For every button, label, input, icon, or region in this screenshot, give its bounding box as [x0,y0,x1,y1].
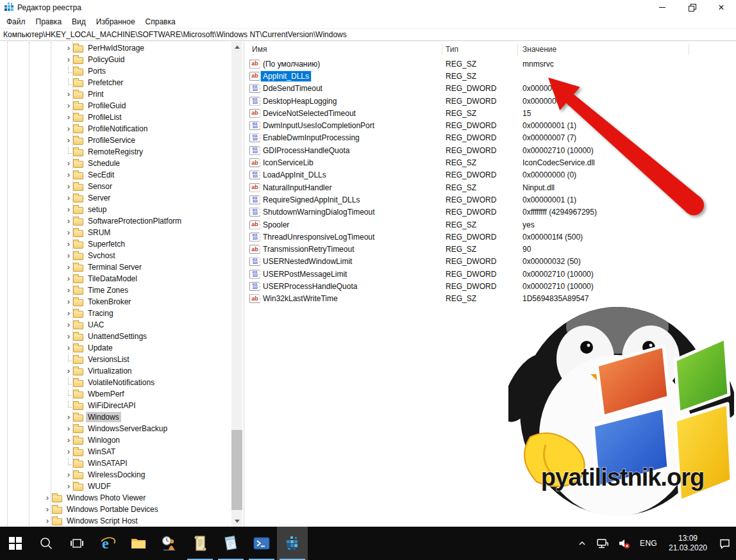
action-center-icon[interactable] [717,538,732,549]
taskbar-scroll-app[interactable] [185,527,215,560]
expand-chevron-icon[interactable]: › [64,482,73,491]
expand-chevron-icon[interactable]: › [64,343,73,352]
expand-chevron-icon[interactable]: › [64,194,73,202]
registry-value-row[interactable]: 011110RequireSignedAppInit_DLLsREG_DWORD… [245,194,736,206]
registry-value-row[interactable]: abSpoolerREG_SZyes [245,218,736,231]
tree-item[interactable]: ›Virtualization [0,365,231,377]
tree-item[interactable]: ›Update [0,342,231,354]
tree-item[interactable]: ›TileDataModel [0,273,231,284]
tree-item[interactable]: ›UAC [0,319,231,331]
tree-item[interactable]: ›Tracing [0,308,231,319]
registry-value-row[interactable]: 011110ShutdownWarningDialogTimeoutREG_DW… [245,206,736,218]
expand-chevron-icon[interactable]: › [64,413,73,422]
address-bar[interactable]: Компьютер\HKEY_LOCAL_MACHINE\SOFTWARE\Mi… [0,28,736,41]
tree-item[interactable]: ›WUDF [0,481,231,492]
expand-chevron-icon[interactable]: › [64,274,73,283]
tree-item[interactable]: ›SecEdit [0,169,231,181]
tree-item[interactable]: ›Superfetch [0,238,231,250]
expand-chevron-icon[interactable]: › [64,297,73,306]
tree-item[interactable]: ›ProfileService [0,135,231,146]
registry-value-row[interactable]: 011110USERProcessHandleQuotaREG_DWORD0x0… [245,280,736,292]
column-separator[interactable] [517,44,518,55]
expand-chevron-icon[interactable]: › [64,309,73,318]
taskbar-notepad-app[interactable] [215,527,246,560]
expand-chevron-icon[interactable]: › [64,436,73,445]
start-button[interactable] [0,527,31,560]
expand-chevron-icon[interactable]: › [64,332,73,341]
tree-item[interactable]: ›Schedule [0,158,231,169]
tree-item[interactable]: ›Terminal Server [0,261,231,273]
expand-chevron-icon[interactable]: › [43,516,52,525]
taskbar-search-button[interactable] [31,527,62,560]
expand-chevron-icon[interactable]: › [64,136,73,145]
expand-chevron-icon[interactable]: › [64,424,73,433]
tree-item[interactable]: ›Svchost [0,250,231,261]
tree-item[interactable]: ›SRUM [0,227,231,238]
scrollbar-thumb[interactable] [231,430,242,510]
registry-value-row[interactable]: 011110DdeSendTimeoutREG_DWORD0x00000000 … [245,83,736,95]
taskbar-file-explorer[interactable] [123,527,154,560]
expand-chevron-icon[interactable]: › [64,470,73,479]
tree-item[interactable]: ›WinSAT [0,446,231,457]
registry-value-row[interactable]: 011110LoadAppInit_DLLsREG_DWORD0x0000000… [245,169,736,181]
expand-chevron-icon[interactable]: › [64,228,73,237]
minimize-button[interactable] [648,0,677,15]
tree-item[interactable]: VolatileNotifications [0,377,231,388]
menu-item-file[interactable]: Файл [1,16,31,28]
menu-item-help[interactable]: Справка [140,16,181,28]
registry-value-row[interactable]: abIconServiceLibREG_SZIconCodecService.d… [245,156,736,169]
column-header-type[interactable]: Тип [446,45,458,54]
column-header-name[interactable]: Имя [252,45,267,54]
tree-item[interactable]: WiFiDirectAPI [0,400,231,411]
tree-item[interactable]: Prefetcher [0,77,231,88]
expand-chevron-icon[interactable]: › [64,286,73,295]
registry-value-row[interactable]: 011110EnableDwmInputProcessingREG_DWORD0… [245,132,736,144]
expand-chevron-icon[interactable]: › [64,205,73,214]
registry-value-row[interactable]: ab(По умолчанию)REG_SZmnmsrvc [245,58,736,70]
expand-chevron-icon[interactable]: › [64,240,73,249]
column-separator[interactable] [442,44,442,55]
taskbar-internet-explorer[interactable]: e [92,527,123,560]
taskbar-powershell[interactable] [246,527,277,560]
expand-chevron-icon[interactable]: › [64,44,73,53]
task-view-button[interactable] [62,527,92,560]
tree-item[interactable]: ›WirelessDocking [0,469,231,481]
registry-value-row[interactable]: 011110USERPostMessageLimitREG_DWORD0x000… [245,268,736,280]
expand-chevron-icon[interactable]: › [64,182,73,191]
registry-value-row[interactable]: 011110USERNestedWindowLimitREG_DWORD0x00… [245,256,736,268]
tree-item[interactable]: VersionsList [0,354,231,365]
registry-value-row[interactable]: abWin32kLastWriteTimeREG_SZ1D5694835A895… [245,293,736,305]
tree-item[interactable]: ›ProfileGuid [0,100,231,111]
network-icon[interactable] [595,538,610,549]
tree-item[interactable]: ›Server [0,192,231,204]
tree-item[interactable]: ›Time Zones [0,284,231,296]
registry-value-row[interactable]: 011110DesktopHeapLoggingREG_DWORD0x00000… [245,95,736,107]
tree-item[interactable]: WinSATAPI [0,457,231,469]
expand-chevron-icon[interactable]: › [43,505,52,514]
menu-item-view[interactable]: Вид [67,16,91,28]
expand-chevron-icon[interactable]: › [64,366,73,375]
close-button[interactable]: × [707,0,736,15]
registry-value-row[interactable]: abNaturalInputHandlerREG_SZNinput.dll [245,181,736,194]
tree-item[interactable]: RemoteRegistry [0,146,231,158]
expand-chevron-icon[interactable]: › [64,159,73,168]
column-separator[interactable] [689,44,689,55]
expand-chevron-icon[interactable]: › [64,320,73,329]
expand-chevron-icon[interactable]: › [64,90,73,99]
tree-item[interactable]: ›setup [0,204,231,215]
tree-item[interactable]: ›Windows Photo Viewer [0,492,231,504]
expand-chevron-icon[interactable]: › [64,217,73,226]
expand-chevron-icon[interactable]: › [64,113,73,122]
scrollbar-up-button[interactable] [231,42,242,53]
expand-chevron-icon[interactable]: › [64,101,73,110]
tree-item[interactable]: ›UnattendSettings [0,331,231,342]
tree-item[interactable]: ›PerHwIdStorage [0,42,231,54]
tray-chevron-up-icon[interactable] [576,538,589,548]
tree-item[interactable]: ›Windows [0,411,231,423]
registry-value-row[interactable]: 011110GDIProcessHandleQuotaREG_DWORD0x00… [245,144,736,156]
expand-chevron-icon[interactable]: › [64,124,73,133]
language-indicator[interactable]: ENG [639,539,658,548]
tray-clock[interactable]: 13:09 21.03.2020 [665,534,711,553]
volume-muted-icon[interactable] [617,538,632,549]
expand-chevron-icon[interactable]: › [64,251,73,260]
